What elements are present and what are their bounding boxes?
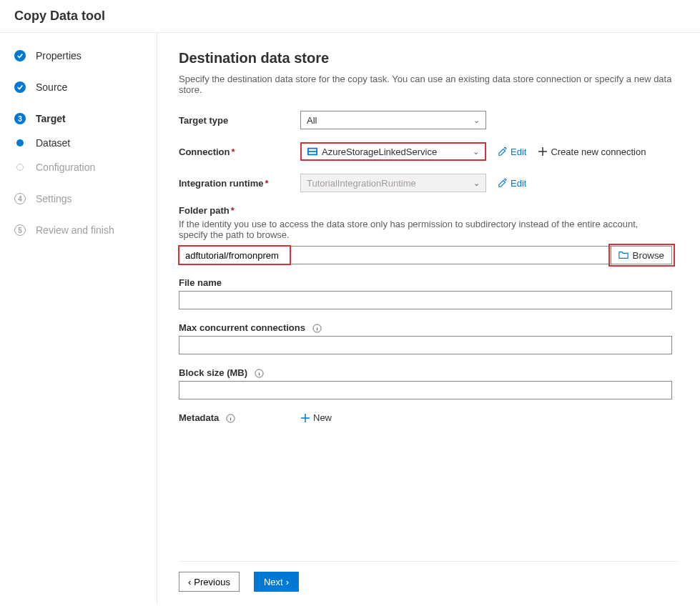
plus-icon bbox=[300, 413, 310, 423]
chevron-down-icon: ⌄ bbox=[473, 147, 479, 157]
chevron-down-icon: ⌄ bbox=[473, 116, 480, 125]
main-panel: Destination data store Specify the desti… bbox=[157, 33, 700, 605]
step-label: Review and finish bbox=[36, 224, 114, 236]
step-label: Settings bbox=[36, 193, 72, 204]
section-folder: Folder path* If the identity you use to … bbox=[179, 205, 679, 264]
info-icon bbox=[226, 414, 235, 423]
step-list: Properties Source 3 Target Dataset Confi… bbox=[14, 50, 157, 236]
section-metadata: Metadata New bbox=[179, 412, 679, 423]
maxconn-input[interactable] bbox=[179, 336, 672, 354]
section-blocksize: Block size (MB) bbox=[179, 367, 679, 399]
dropdown-runtime[interactable]: TutorialIntegrationRuntime ⌄ bbox=[300, 174, 486, 192]
svg-rect-2 bbox=[309, 152, 317, 154]
label-maxconn: Max concurrent connections bbox=[179, 322, 679, 333]
wizard-footer: ‹ Previous Next › bbox=[179, 561, 679, 605]
step-settings[interactable]: 4 Settings bbox=[14, 193, 157, 204]
dot-icon bbox=[16, 164, 24, 171]
label-target-type: Target type bbox=[179, 115, 300, 126]
step-label: Dataset bbox=[36, 137, 70, 149]
page-subtitle: Specify the destination data store for t… bbox=[179, 74, 679, 95]
next-button[interactable]: Next › bbox=[254, 572, 299, 592]
header-title: Copy Data tool bbox=[14, 9, 105, 23]
info-icon bbox=[255, 369, 264, 378]
check-icon bbox=[14, 50, 26, 61]
dropdown-value: All bbox=[307, 115, 317, 126]
step-review[interactable]: 5 Review and finish bbox=[14, 224, 157, 236]
step-configuration[interactable]: Configuration bbox=[14, 162, 157, 173]
step-dataset[interactable]: Dataset bbox=[14, 137, 157, 149]
help-folder: If the identity you use to access the da… bbox=[179, 219, 644, 240]
row-runtime: Integration runtime* TutorialIntegration… bbox=[179, 174, 679, 192]
label-filename: File name bbox=[179, 277, 679, 288]
step-properties[interactable]: Properties bbox=[14, 50, 157, 61]
dropdown-target-type[interactable]: All ⌄ bbox=[300, 111, 486, 129]
content-container: Properties Source 3 Target Dataset Confi… bbox=[0, 33, 700, 605]
svg-rect-0 bbox=[307, 148, 317, 156]
step-label: Target bbox=[36, 113, 66, 124]
chevron-left-icon: ‹ bbox=[188, 577, 191, 587]
page-title: Destination data store bbox=[179, 50, 679, 66]
step-source[interactable]: Source bbox=[14, 81, 157, 93]
chevron-down-icon: ⌄ bbox=[473, 179, 480, 188]
step-number-icon: 3 bbox=[14, 113, 26, 124]
dot-icon bbox=[16, 139, 24, 146]
step-target[interactable]: 3 Target bbox=[14, 113, 157, 124]
dropdown-connection[interactable]: AzureStorageLinkedService ⌄ bbox=[300, 142, 486, 161]
folder-icon bbox=[618, 250, 628, 260]
section-filename: File name bbox=[179, 277, 679, 309]
svg-rect-1 bbox=[309, 149, 317, 152]
label-connection: Connection* bbox=[179, 146, 300, 157]
plus-icon bbox=[538, 146, 548, 157]
page-header: Copy Data tool bbox=[0, 0, 700, 33]
label-folder: Folder path* bbox=[179, 205, 679, 216]
storage-icon bbox=[307, 147, 317, 156]
wizard-sidebar: Properties Source 3 Target Dataset Confi… bbox=[0, 33, 157, 605]
blocksize-input[interactable] bbox=[179, 381, 672, 399]
previous-button[interactable]: ‹ Previous bbox=[179, 572, 240, 592]
pencil-icon bbox=[498, 146, 508, 157]
filename-input[interactable] bbox=[179, 291, 672, 309]
browse-button[interactable]: Browse bbox=[611, 246, 672, 264]
row-target-type: Target type All ⌄ bbox=[179, 111, 679, 129]
step-label: Properties bbox=[36, 50, 82, 61]
step-label: Configuration bbox=[36, 162, 95, 173]
edit-connection-button[interactable]: Edit bbox=[498, 146, 526, 157]
edit-runtime-button[interactable]: Edit bbox=[498, 178, 526, 189]
chevron-right-icon: › bbox=[286, 577, 289, 587]
pencil-icon bbox=[498, 178, 508, 188]
dropdown-value: AzureStorageLinkedService bbox=[322, 146, 437, 157]
label-metadata: Metadata bbox=[179, 412, 300, 423]
label-blocksize: Block size (MB) bbox=[179, 367, 679, 378]
info-icon bbox=[312, 324, 322, 333]
label-runtime: Integration runtime* bbox=[179, 178, 300, 189]
section-maxconn: Max concurrent connections bbox=[179, 322, 679, 354]
dropdown-value: TutorialIntegrationRuntime bbox=[307, 178, 416, 189]
step-number-icon: 4 bbox=[14, 193, 26, 204]
metadata-new-button[interactable]: New bbox=[300, 412, 332, 423]
row-connection: Connection* AzureStorageLinkedService ⌄ … bbox=[179, 142, 679, 161]
folder-path-input[interactable] bbox=[179, 246, 611, 264]
folder-input-group: Browse bbox=[179, 246, 672, 264]
step-label: Source bbox=[36, 81, 67, 93]
check-icon bbox=[14, 81, 26, 93]
step-number-icon: 5 bbox=[14, 224, 26, 236]
create-connection-button[interactable]: Create new connection bbox=[538, 146, 646, 157]
